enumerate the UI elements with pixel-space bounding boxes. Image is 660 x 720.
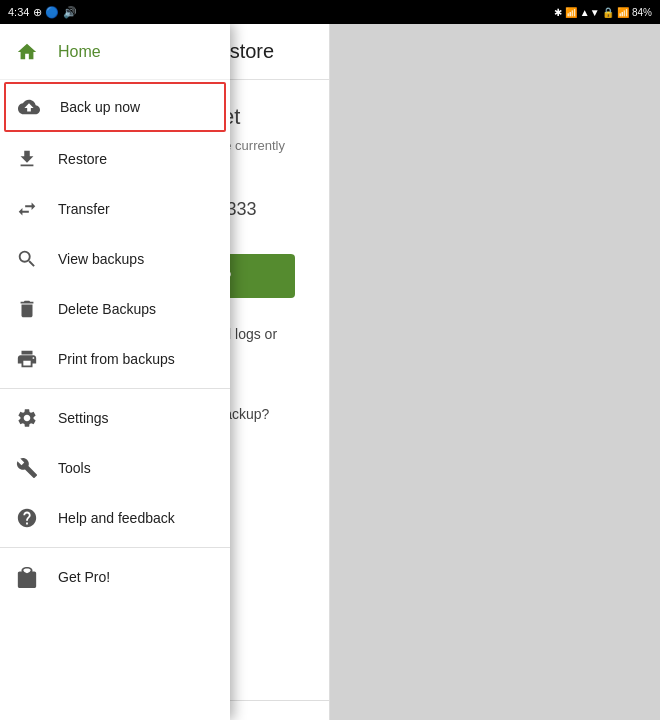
drawer-item-settings[interactable]: Settings [0, 393, 230, 443]
drawer-item-back-up-now[interactable]: Back up now [4, 82, 226, 132]
get-pro-label: Get Pro! [58, 569, 110, 585]
settings-icon [16, 407, 38, 429]
bluetooth-icon: ✱ [554, 7, 562, 18]
drawer-divider [0, 388, 230, 389]
right-bg [330, 24, 660, 720]
drawer-item-restore[interactable]: Restore [0, 134, 230, 184]
status-icons: ⊕ 🔵 🔊 [33, 6, 76, 19]
search-icon [16, 248, 38, 270]
status-bar: 4:34 ⊕ 🔵 🔊 ✱ 📶 ▲▼ 🔒 📶 84% [0, 0, 660, 24]
backup-icon [18, 96, 40, 118]
tools-label: Tools [58, 460, 91, 476]
home-label: Home [58, 43, 101, 61]
view-backups-label: View backups [58, 251, 144, 267]
restore-icon [16, 148, 38, 170]
right-dimmed-panel [330, 24, 660, 720]
drawer-item-view-backups[interactable]: View backups [0, 234, 230, 284]
tools-icon [16, 457, 38, 479]
restore-label: Restore [58, 151, 107, 167]
call-count: 333 [227, 199, 257, 220]
status-right: ✱ 📶 ▲▼ 🔒 📶 84% [554, 7, 652, 18]
drawer-item-print-from-backups[interactable]: Print from backups [0, 334, 230, 384]
drawer-item-delete-backups[interactable]: Delete Backups [0, 284, 230, 334]
transfer-icon [16, 198, 38, 220]
drawer-item-tools[interactable]: Tools [0, 443, 230, 493]
network-icons: 📶 ▲▼ 🔒 📶 84% [565, 7, 652, 18]
delete-icon [16, 298, 38, 320]
print-icon [16, 348, 38, 370]
settings-label: Settings [58, 410, 109, 426]
navigation-drawer: Home Back up now Restore [0, 24, 230, 720]
drawer-item-help-feedback[interactable]: Help and feedback [0, 493, 230, 543]
print-from-backups-label: Print from backups [58, 351, 175, 367]
drawer-home-item[interactable]: Home [0, 24, 230, 80]
help-feedback-label: Help and feedback [58, 510, 175, 526]
delete-backups-label: Delete Backups [58, 301, 156, 317]
drawer-item-transfer[interactable]: Transfer [0, 184, 230, 234]
time-display: 4:34 [8, 6, 29, 18]
drawer-divider-2 [0, 547, 230, 548]
drawer-item-get-pro[interactable]: Get Pro! [0, 552, 230, 602]
transfer-label: Transfer [58, 201, 110, 217]
status-time: 4:34 ⊕ 🔵 🔊 [8, 6, 77, 19]
pro-icon [16, 566, 38, 588]
help-icon [16, 507, 38, 529]
backup-label: Back up now [60, 99, 140, 115]
home-icon [16, 41, 38, 63]
